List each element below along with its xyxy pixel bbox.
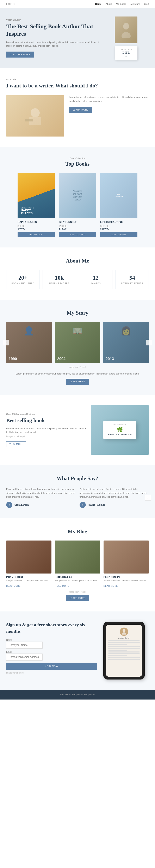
blog-image-credit: Image from Freepik (6, 591, 149, 593)
about-image (6, 95, 64, 136)
bestseller-description: Lorem ipsum dolor sit amet, consectetur … (6, 427, 86, 434)
hero-text: Virginia Burton The Best-Selling Book Au… (6, 19, 99, 58)
nav-blog[interactable]: Blog (144, 2, 149, 6)
device-line-7 (108, 651, 140, 652)
blog-post-5-image (55, 540, 100, 574)
signup-title: Sign up & get a free short story every s… (6, 622, 97, 634)
svg-point-6 (122, 632, 126, 634)
testimonials-title: What People Say? (6, 475, 149, 482)
blog-post-6-read[interactable]: READ MORE (6, 585, 21, 587)
testimonials-next-button[interactable]: › (145, 495, 151, 500)
stat-books-number: 20+ (8, 275, 37, 281)
svg-point-0 (123, 23, 129, 30)
footer-text: Sample text. Sample text. Sample text. (60, 693, 95, 696)
blog-post-5-headline: Post 5 Headline (55, 576, 100, 578)
hero-book-title: LIFE (117, 51, 135, 55)
blog-section: My Blog Post 6 Headline Sample small tex… (0, 518, 155, 612)
stat-events-label: LITERARY EVENTS (118, 282, 147, 285)
book-2-add-to-cart[interactable]: ADD TO CART (59, 232, 96, 237)
book-2-price-new: $75.00 (59, 227, 96, 230)
nav-my-books[interactable]: My Books (116, 2, 126, 6)
testimonial-1-author: S Stella Larson (6, 502, 75, 508)
book-3-price-old: $199.00 (100, 225, 137, 227)
bestseller-reviews: Over 4000 Amazon Reviews (6, 413, 86, 415)
story-year-1: 1990 (9, 357, 17, 361)
author-photo (115, 17, 137, 43)
blog-post-4-sample: Sample small text. Lorem ipsum dolor sit… (104, 579, 149, 582)
bestseller-image-credit: Images from Freepik (6, 435, 86, 438)
story-prev-button[interactable]: ‹ (3, 340, 9, 345)
blog-post-6: Post 6 Headline Sample small text. Lorem… (6, 540, 51, 588)
about-learn-button[interactable]: LEARN MORE (69, 107, 92, 113)
device-line-6 (108, 650, 127, 651)
signup-name-input[interactable] (6, 642, 43, 649)
stat-readers-label: HAPPY READERS (45, 282, 74, 285)
stat-awards: 12 AWARDS (79, 270, 112, 289)
stats-title: About Me (6, 258, 149, 264)
device-line-3 (108, 644, 127, 645)
stats-section: About Me 20+ BOOKS PUBLISHED 10k HAPPY R… (0, 247, 155, 300)
device-line-4 (108, 646, 140, 647)
bestseller-book-leaf: 🌿 (106, 427, 133, 432)
hero-discover-button[interactable]: DISCOVER MORE (6, 52, 34, 58)
signup-image-credit: Image from Freepik (6, 672, 97, 674)
book-card-3: livebeautiful LIFE IS BEAUTIFUL $199.00 … (100, 173, 137, 237)
nav-about[interactable]: About (106, 2, 112, 6)
device-line-10 (108, 657, 140, 658)
testimonials-section: What People Say? Proin sed libero enim s… (0, 465, 155, 518)
bestseller-book-title: EVERYTHING INSIDE YOU (106, 434, 133, 436)
signup-book-preview: Virginia Burton (103, 622, 149, 680)
navigation: logo Home About My Books My Story Blog (0, 0, 155, 8)
svg-point-2 (31, 108, 40, 117)
book-3-add-to-cart[interactable]: ADD TO CART (100, 232, 137, 237)
bestseller-book-display: VIRGINIA BURTON 🌿 EVERYTHING INSIDE YOU (91, 405, 149, 455)
testimonial-2-text: Proin sed libero enim sed faucibus turpi… (80, 487, 149, 499)
blog-post-5-read[interactable]: READ MORE (55, 585, 69, 587)
testimonial-2-initial: P (82, 503, 83, 506)
device-book-header: Virginia Burton (118, 627, 130, 639)
blog-post-4: Post 4 Headline Sample small text. Lorem… (104, 540, 149, 588)
blog-learn-button[interactable]: LEARN MORE (66, 595, 89, 601)
nav-home[interactable]: Home (95, 2, 101, 6)
stat-books-label: BOOKS PUBLISHED (8, 282, 37, 285)
device-author-name: Virginia Burton (118, 637, 130, 639)
hero-section: Virginia Burton The Best-Selling Book Au… (0, 8, 155, 68)
testimonial-2: Proin sed libero enim sed faucibus turpi… (80, 487, 149, 508)
blog-post-5: Post 5 Headline Sample small text. Lorem… (55, 540, 100, 588)
testimonials-grid: Proin sed libero enim sed faucibus turpi… (6, 487, 149, 508)
device-line-8 (108, 653, 140, 654)
svg-point-5 (123, 629, 125, 632)
testimonial-2-name: Phyllis Palumbo (88, 504, 105, 506)
books-tag: Book Collection (6, 157, 149, 160)
blog-grid: Post 6 Headline Sample small text. Lorem… (6, 540, 149, 588)
device-line-1 (108, 640, 140, 641)
about-tag: About Me (6, 78, 149, 81)
bestseller-title: Best selling book (6, 417, 86, 424)
blog-post-4-read[interactable]: READ MORE (104, 585, 118, 587)
testimonial-1-avatar: S (6, 502, 12, 508)
device-text-lines (108, 640, 140, 661)
book-cover-1: VIRGINIA BURTON HAPPYPLACES (18, 173, 55, 218)
book-2-price-old: $100.00 (59, 225, 96, 227)
testimonial-1: Proin sed libero enim sed faucibus turpi… (6, 487, 75, 508)
stats-grid: 20+ BOOKS PUBLISHED 10k HAPPY READERS 12… (6, 270, 149, 289)
books-section: Book Collection Top Books VIRGINIA BURTO… (0, 147, 155, 247)
book-cover-3: livebeautiful (100, 173, 137, 218)
blog-post-6-sample: Sample small text. Lorem ipsum dolor sit… (6, 579, 51, 582)
story-description: Lorem ipsum dolor sit amet, consectetur … (6, 372, 149, 376)
bestseller-view-button[interactable]: VIEW MORE (6, 441, 26, 447)
stat-events-number: 54 (118, 275, 147, 281)
svg-point-1 (122, 32, 131, 38)
books-grid: VIRGINIA BURTON HAPPYPLACES HAPPY PLACES… (6, 173, 149, 237)
story-next-button[interactable]: › (146, 340, 152, 345)
book-1-add-to-cart[interactable]: ADD TO CART (18, 232, 55, 237)
about-header: About Me I want to be a writer. What sho… (6, 78, 149, 89)
blog-post-6-headline: Post 6 Headline (6, 576, 51, 578)
story-learn-button[interactable]: LEARN MORE (66, 379, 89, 384)
signup-email-input[interactable] (6, 653, 43, 660)
signup-name-label: Name (6, 639, 97, 641)
book-3-price-new: $169.00 (100, 227, 137, 230)
signup-join-button[interactable]: JOIN NOW (6, 662, 97, 670)
nav-my-story[interactable]: My Story (130, 2, 140, 6)
book-3-title: LIFE IS BEAUTIFUL (100, 221, 137, 223)
